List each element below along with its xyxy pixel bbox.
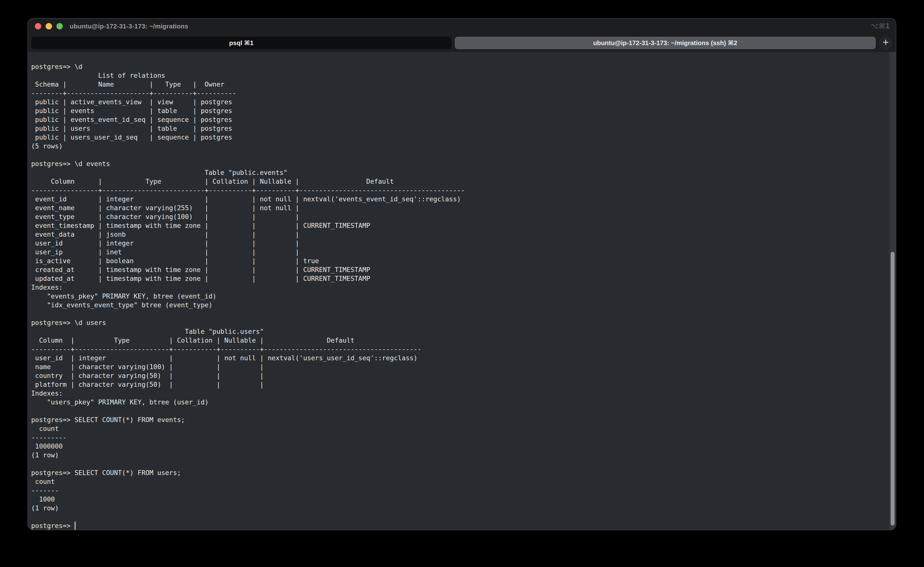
tab-bar: psql ⌘1 ubuntu@ip-172-31-3-173: ~/migrat… — [28, 34, 896, 52]
tab-ssh-session[interactable]: ubuntu@ip-172-31-3-173: ~/migrations (ss… — [455, 37, 876, 49]
terminal-cursor — [75, 522, 75, 530]
plus-icon: + — [883, 37, 889, 48]
zoom-button[interactable] — [56, 23, 63, 29]
new-tab-button[interactable]: + — [879, 36, 892, 50]
window-titlebar[interactable]: ubuntu@ip-172-31-3-173: ~/migrations ⌥⌘1 — [28, 19, 896, 34]
close-button[interactable] — [35, 23, 41, 29]
window-title: ubuntu@ip-172-31-3-173: ~/migrations — [70, 22, 188, 30]
tab-ssh-session-label: ubuntu@ip-172-31-3-173: ~/migrations (ss… — [593, 39, 737, 47]
minimize-button[interactable] — [46, 23, 52, 29]
window-number-indicator: ⌥⌘1 — [871, 22, 890, 30]
tab-psql-label: psql ⌘1 — [229, 39, 254, 47]
terminal-content[interactable]: postgres=> \d List of relations Schema |… — [28, 52, 896, 530]
terminal-window: ubuntu@ip-172-31-3-173: ~/migrations ⌥⌘1… — [27, 18, 896, 530]
scrollbar-thumb[interactable] — [891, 252, 895, 525]
tab-psql[interactable]: psql ⌘1 — [32, 37, 451, 49]
scrollbar-track[interactable] — [889, 52, 896, 530]
traffic-lights — [28, 23, 63, 29]
terminal-output: postgres=> \d List of relations Schema |… — [28, 52, 896, 530]
